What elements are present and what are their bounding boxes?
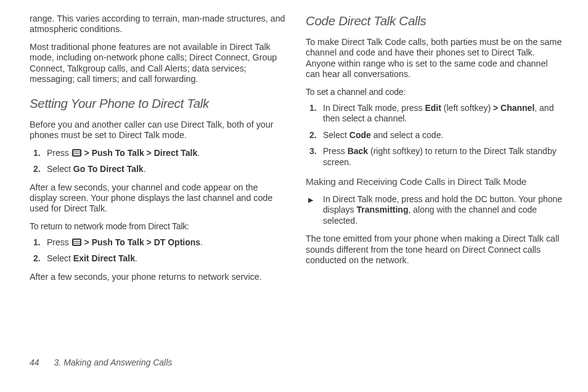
list-item: Select Go To Direct Talk. bbox=[30, 164, 287, 175]
text: . bbox=[197, 148, 200, 158]
text: . bbox=[144, 164, 146, 174]
list-item: In Direct Talk mode, press Edit (left so… bbox=[306, 103, 563, 125]
bullet-list: ▶ In Direct Talk mode, press and hold th… bbox=[306, 194, 563, 227]
list-item: Select Exit Direct Talk. bbox=[30, 253, 287, 264]
text: Press bbox=[47, 237, 71, 247]
intro-text: To return to network mode from Direct Ta… bbox=[30, 221, 287, 231]
bold-text: Code bbox=[349, 130, 371, 140]
ordered-list: Press > Push To Talk > DT Options. Selec… bbox=[30, 237, 287, 264]
bold-text: DT Options bbox=[154, 237, 200, 247]
list-item: Select Code and select a code. bbox=[306, 130, 563, 141]
list-item: Press > Push To Talk > Direct Talk. bbox=[30, 148, 287, 159]
text: (left softkey) bbox=[441, 103, 493, 113]
text: Press bbox=[323, 146, 348, 156]
separator-gt: > bbox=[144, 237, 154, 247]
right-column: Code Direct Talk Calls To make Direct Ta… bbox=[306, 14, 563, 289]
heading-setting-direct-talk: Setting Your Phone to Direct Talk bbox=[30, 96, 287, 111]
chapter-title: 3. Making and Answering Calls bbox=[54, 357, 173, 367]
paragraph: range. This varies according to terrain,… bbox=[30, 14, 287, 35]
list-item: Press > Push To Talk > DT Options. bbox=[30, 237, 287, 248]
text: In Direct Talk mode, press bbox=[323, 103, 425, 113]
text: . bbox=[200, 237, 203, 247]
text: and select a code. bbox=[371, 130, 444, 140]
text: Select bbox=[47, 253, 73, 263]
separator-gt: > bbox=[493, 103, 500, 113]
bold-text: Go To Direct Talk bbox=[73, 164, 144, 174]
text: Select bbox=[47, 164, 73, 174]
ordered-list: Press > Push To Talk > Direct Talk. Sele… bbox=[30, 148, 287, 175]
separator-gt: > bbox=[82, 237, 92, 247]
menu-icon bbox=[72, 149, 81, 157]
list-item: Press Back (right softkey) to return to … bbox=[306, 146, 563, 168]
bold-text: Exit Direct Talk bbox=[73, 253, 135, 263]
bold-text: Transmitting bbox=[356, 205, 408, 214]
text: Select bbox=[323, 130, 349, 140]
ordered-list: In Direct Talk mode, press Edit (left so… bbox=[306, 103, 563, 168]
separator-gt: > bbox=[144, 148, 154, 158]
paragraph: Most traditional phone features are not … bbox=[30, 42, 287, 85]
page-number: 44 bbox=[30, 357, 39, 367]
text: Press bbox=[47, 148, 71, 158]
bold-text: Channel bbox=[500, 103, 534, 113]
page-footer: 443. Making and Answering Calls bbox=[30, 357, 172, 367]
menu-icon bbox=[72, 239, 81, 246]
paragraph: Before you and another caller can use Di… bbox=[30, 120, 287, 141]
left-column: range. This varies according to terrain,… bbox=[30, 14, 287, 289]
bold-text: Push To Talk bbox=[92, 148, 144, 158]
heading-making-receiving-code-calls: Making and Receiving Code Calls in Direc… bbox=[306, 176, 563, 187]
paragraph: After a few seconds, your channel and co… bbox=[30, 182, 287, 214]
paragraph: The tone emitted from your phone when ma… bbox=[306, 234, 563, 266]
list-item: ▶ In Direct Talk mode, press and hold th… bbox=[306, 194, 563, 227]
triangle-bullet-icon: ▶ bbox=[308, 196, 313, 205]
bold-text: Back bbox=[348, 146, 368, 156]
heading-code-direct-talk: Code Direct Talk Calls bbox=[306, 14, 563, 28]
bold-text: Edit bbox=[425, 103, 441, 113]
paragraph: After a few seconds, your phone returns … bbox=[30, 272, 287, 282]
page-body: range. This varies according to terrain,… bbox=[0, 0, 588, 295]
text: . bbox=[135, 253, 137, 263]
bold-text: Direct Talk bbox=[154, 148, 198, 158]
intro-text: To set a channel and code: bbox=[306, 87, 563, 97]
bold-text: Push To Talk bbox=[92, 237, 144, 247]
separator-gt: > bbox=[82, 148, 92, 158]
paragraph: To make Direct Talk Code calls, both par… bbox=[306, 37, 563, 80]
